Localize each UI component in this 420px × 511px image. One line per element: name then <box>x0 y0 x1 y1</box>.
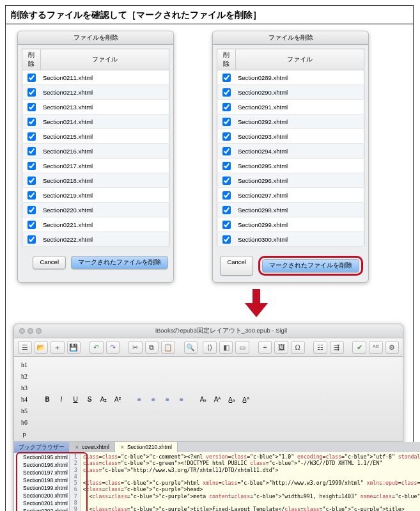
paste-icon[interactable]: 📋 <box>161 341 175 354</box>
table-row[interactable]: Section0296.xhtml <box>217 173 364 188</box>
doc-tab-active[interactable]: ✕Section0210.xhtml <box>115 442 178 452</box>
window-controls[interactable] <box>19 328 42 334</box>
open-icon[interactable]: 📂 <box>35 341 49 354</box>
uppercase-icon[interactable]: Aᴬ <box>211 393 224 405</box>
align-justify-icon[interactable]: ≡ <box>175 393 188 405</box>
table-row[interactable]: Section0300.xhtml <box>217 232 364 247</box>
insert-char-icon[interactable]: Ω <box>291 341 305 354</box>
find-icon[interactable]: 🔍 <box>184 341 198 354</box>
file-item[interactable]: Section0201.xhtml <box>14 499 69 507</box>
superscript-icon[interactable]: A² <box>111 393 124 405</box>
col-delete[interactable]: 削除 <box>217 49 236 70</box>
table-row[interactable]: Section0214.xhtml <box>22 114 169 129</box>
settings-icon[interactable]: ⚙ <box>385 341 400 354</box>
heading-h3-button[interactable]: h3 <box>18 382 31 393</box>
split-icon[interactable]: ÷ <box>258 341 272 354</box>
table-row[interactable]: Section0221.xhtml <box>22 217 169 232</box>
delete-checkbox[interactable] <box>222 191 231 200</box>
code-view-icon[interactable]: ⟨⟩ <box>203 341 217 354</box>
heading-h6-button[interactable]: h6 <box>18 416 31 428</box>
delete-checkbox[interactable] <box>222 206 231 214</box>
delete-checkbox[interactable] <box>27 221 36 229</box>
heading-h5-button[interactable]: h5 <box>18 405 31 416</box>
metadata-icon[interactable]: ☷ <box>313 341 327 354</box>
close-icon[interactable]: ✕ <box>75 444 79 450</box>
table-row[interactable]: Section0220.xhtml <box>22 203 169 217</box>
bold-icon[interactable]: B <box>41 393 54 405</box>
table-row[interactable]: Section0211.xhtml <box>22 70 169 85</box>
table-row[interactable]: Section0218.xhtml <box>22 173 169 188</box>
delete-checkbox[interactable] <box>27 191 36 200</box>
table-row[interactable]: Section0291.xhtml <box>217 100 364 114</box>
heading-p-button[interactable]: p <box>18 428 31 439</box>
delete-checkbox[interactable] <box>27 118 36 126</box>
table-row[interactable]: Section0292.xhtml <box>217 114 364 129</box>
delete-checkbox[interactable] <box>222 147 231 155</box>
table-row[interactable]: Section0215.xhtml <box>22 129 169 144</box>
align-center-icon[interactable]: ≡ <box>147 393 160 405</box>
italic-icon[interactable]: I <box>55 393 68 405</box>
code-editor[interactable]: class=class="c-blue">"c-comment"><?xml v… <box>81 452 420 511</box>
close-icon[interactable]: ✕ <box>120 444 125 450</box>
copy-icon[interactable]: ⧉ <box>145 341 159 354</box>
delete-checkbox[interactable] <box>27 177 36 185</box>
heading-h4-button[interactable]: h4 <box>18 393 31 405</box>
delete-checkbox[interactable] <box>27 103 36 111</box>
add-icon[interactable]: ＋ <box>51 341 65 354</box>
delete-checkbox[interactable] <box>27 74 36 82</box>
new-icon[interactable]: ☰ <box>18 341 32 354</box>
heading-h1-button[interactable]: h1 <box>18 359 31 370</box>
titlecase-icon[interactable]: A̲ₐ <box>225 393 238 405</box>
file-item[interactable]: Section0197.xhtml <box>14 469 69 476</box>
delete-checkbox[interactable] <box>222 221 231 229</box>
table-row[interactable]: Section0213.xhtml <box>22 100 169 114</box>
book-browser-list[interactable]: Section0195.xhtmlSection0196.xhtmlSectio… <box>14 453 69 511</box>
align-left-icon[interactable]: ≡ <box>133 393 146 405</box>
delete-checkbox[interactable] <box>27 206 36 214</box>
toc-icon[interactable]: ⇶ <box>330 341 344 354</box>
table-row[interactable]: Section0293.xhtml <box>217 129 364 144</box>
file-item[interactable]: Section0196.xhtml <box>14 461 69 469</box>
heading-h2-button[interactable]: h2 <box>18 370 31 382</box>
table-row[interactable]: Section0219.xhtml <box>22 188 169 203</box>
doc-tab[interactable]: ✕cover.xhtml <box>70 442 115 452</box>
table-row[interactable]: Section0222.xhtml <box>22 232 169 247</box>
redo-icon[interactable]: ↷ <box>106 341 120 354</box>
delete-checkbox[interactable] <box>27 235 36 244</box>
table-row[interactable]: Section0294.xhtml <box>217 144 364 159</box>
underline-icon[interactable]: U <box>69 393 82 405</box>
table-row[interactable]: Section0297.xhtml <box>217 188 364 203</box>
delete-checkbox[interactable] <box>222 177 231 185</box>
delete-checkbox[interactable] <box>27 147 36 155</box>
delete-marked-button[interactable]: マークされたファイルを削除 <box>262 259 359 272</box>
cancel-button[interactable]: Cancel <box>33 256 66 269</box>
table-row[interactable]: Section0295.xhtml <box>217 159 364 173</box>
file-item[interactable]: Section0198.xhtml <box>14 476 69 484</box>
col-file[interactable]: ファイル <box>40 49 169 70</box>
file-item[interactable]: Section0195.xhtml <box>14 453 69 461</box>
table-row[interactable]: Section0289.xhtml <box>217 70 364 85</box>
insert-image-icon[interactable]: 🖼 <box>274 341 288 354</box>
lowercase-icon[interactable]: Aₐ <box>197 393 210 405</box>
delete-checkbox[interactable] <box>222 235 231 244</box>
table-row[interactable]: Section0212.xhtml <box>22 85 169 100</box>
undo-icon[interactable]: ↶ <box>89 341 104 354</box>
delete-marked-button[interactable]: マークされたファイルを削除 <box>71 256 168 269</box>
file-item[interactable]: Section0200.xhtml <box>14 492 69 499</box>
delete-checkbox[interactable] <box>222 162 231 170</box>
col-delete[interactable]: 削除 <box>22 49 41 70</box>
table-row[interactable]: Section0299.xhtml <box>217 217 364 232</box>
file-item[interactable]: Section0202.xhtml <box>14 507 69 511</box>
cancel-button[interactable]: Cancel <box>220 256 253 276</box>
file-item[interactable]: Section0199.xhtml <box>14 484 69 492</box>
delete-checkbox[interactable] <box>222 103 231 111</box>
delete-checkbox[interactable] <box>27 132 36 141</box>
strike-icon[interactable]: S <box>83 393 96 405</box>
delete-checkbox[interactable] <box>222 88 231 97</box>
subscript-icon[interactable]: A₂ <box>97 393 110 405</box>
capitalize-icon[interactable]: A̲ᴬ <box>239 393 252 405</box>
delete-checkbox[interactable] <box>222 118 231 126</box>
delete-checkbox[interactable] <box>27 162 36 170</box>
delete-checkbox[interactable] <box>222 74 231 82</box>
spellcheck-icon[interactable]: ᴬᴮ <box>369 341 383 354</box>
